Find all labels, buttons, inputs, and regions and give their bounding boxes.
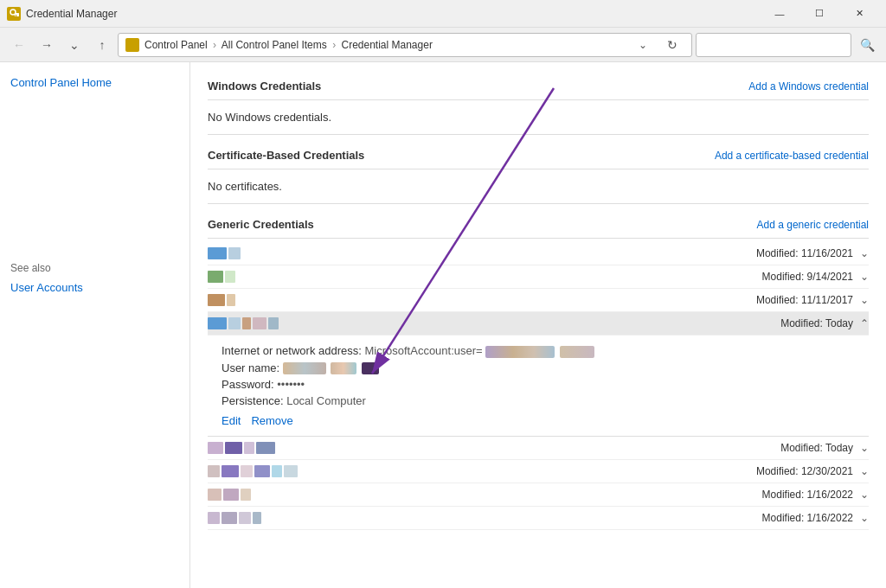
credential-icon — [208, 294, 235, 306]
credential-row[interactable]: Modified: 1/16/2022 ⌄ — [208, 507, 869, 530]
username-value-blurred2 — [331, 362, 356, 374]
title-bar: Credential Manager — ☐ ✕ — [0, 0, 886, 28]
breadcrumb-cm: Credential Manager — [341, 39, 432, 51]
credential-info — [208, 317, 279, 329]
credential-row[interactable]: Modified: 11/11/2017 ⌄ — [208, 289, 869, 312]
window-controls: — ☐ ✕ — [760, 0, 879, 28]
svg-rect-2 — [16, 15, 16, 16]
credential-modified: Modified: 9/14/2021 — [762, 271, 853, 283]
expand-icon: ⌄ — [860, 489, 869, 501]
credential-row[interactable]: Modified: 12/30/2021 ⌄ — [208, 460, 869, 483]
address-field: Internet or network address: MicrosoftAc… — [222, 344, 855, 358]
content-area: Windows Credentials Add a Windows creden… — [190, 62, 886, 588]
certificate-credentials-title: Certificate-Based Credentials — [208, 149, 364, 162]
credential-row[interactable]: Modified: 9/14/2021 ⌄ — [208, 265, 869, 289]
recent-locations-button[interactable]: ⌄ — [62, 33, 87, 57]
generic-credentials-title: Generic Credentials — [208, 218, 314, 231]
certificate-credentials-section: Certificate-Based Credentials Add a cert… — [208, 142, 869, 169]
expand-icon: ⌄ — [860, 465, 869, 477]
expand-icon: ⌄ — [860, 247, 869, 259]
password-value: ••••••• — [277, 378, 305, 391]
expand-icon: ⌄ — [860, 271, 869, 283]
credential-modified: Modified: 11/11/2017 — [756, 294, 853, 306]
credential-info — [208, 489, 251, 501]
up-button[interactable]: ↑ — [90, 33, 114, 57]
collapse-icon: ⌃ — [860, 317, 869, 329]
credential-modified: Modified: 1/16/2022 — [762, 489, 853, 501]
credential-info — [208, 512, 261, 524]
svg-rect-1 — [15, 13, 19, 16]
sidebar: Control Panel Home See also User Account… — [0, 62, 190, 588]
expand-icon: ⌄ — [860, 294, 869, 306]
address-value-blurred — [485, 346, 555, 358]
credential-modified: Modified: 11/16/2021 — [756, 247, 853, 259]
windows-credentials-empty: No Windows credentials. — [208, 104, 869, 135]
credential-expanded-body: Internet or network address: MicrosoftAc… — [208, 336, 869, 437]
credential-icon — [208, 247, 241, 259]
refresh-button[interactable]: ↻ — [660, 33, 684, 57]
add-windows-credential-link[interactable]: Add a Windows credential — [748, 80, 869, 93]
certificate-credentials-empty: No certificates. — [208, 173, 869, 204]
username-field: User name: — [222, 361, 855, 375]
credential-info — [208, 465, 298, 477]
credential-info — [208, 294, 235, 306]
credential-row[interactable]: Modified: Today ⌄ — [208, 437, 869, 460]
credential-row[interactable]: Modified: 1/16/2022 ⌄ — [208, 483, 869, 507]
address-value-blurred2 — [560, 346, 594, 358]
edit-credential-link[interactable]: Edit — [222, 414, 241, 427]
credential-row-expanded-header[interactable]: Modified: Today ⌃ — [208, 312, 869, 336]
windows-credentials-title: Windows Credentials — [208, 80, 321, 93]
search-input[interactable] — [696, 33, 851, 57]
address-bar: ← → ⌄ ↑ Control Panel › All Control Pane… — [0, 28, 886, 62]
credential-actions: Edit Remove — [222, 414, 855, 427]
expand-icon: ⌄ — [860, 512, 869, 524]
credential-icon — [208, 489, 251, 501]
search-button[interactable]: 🔍 — [855, 33, 879, 57]
credential-modified-today: Modified: Today — [780, 317, 853, 329]
password-field: Password: ••••••• — [222, 378, 855, 391]
generic-credentials-section: Generic Credentials Add a generic creden… — [208, 211, 869, 239]
forward-button[interactable]: → — [35, 33, 59, 57]
credential-icon — [208, 271, 235, 283]
credential-modified: Modified: 1/16/2022 — [762, 512, 853, 524]
window-title: Credential Manager — [26, 8, 117, 20]
credential-modified: Modified: 12/30/2021 — [756, 465, 853, 477]
credential-icon — [208, 317, 279, 329]
main-layout: Control Panel Home See also User Account… — [0, 62, 886, 588]
app-icon — [7, 7, 21, 21]
windows-credentials-section: Windows Credentials Add a Windows creden… — [208, 73, 869, 100]
maximize-button[interactable]: ☐ — [799, 0, 839, 28]
username-value-blurred — [283, 362, 326, 374]
persistence-value: Local Computer — [286, 394, 366, 407]
credential-icon — [208, 465, 298, 477]
address-chevron-button[interactable]: ⌄ — [631, 33, 655, 57]
user-accounts-link[interactable]: User Accounts — [10, 281, 179, 294]
close-button[interactable]: ✕ — [839, 0, 879, 28]
credential-modified: Modified: Today — [780, 442, 853, 454]
see-also-label: See also — [10, 262, 179, 274]
username-value-blurred3 — [362, 362, 379, 374]
title-bar-left: Credential Manager — [7, 7, 117, 21]
credential-icon — [208, 512, 261, 524]
breadcrumb-cp: Control Panel — [144, 39, 208, 51]
breadcrumb-all: All Control Panel Items — [222, 39, 327, 51]
sidebar-home-link[interactable]: Control Panel Home — [10, 76, 179, 89]
credential-icon — [208, 442, 275, 454]
address-bar-input[interactable]: Control Panel › All Control Panel Items … — [118, 33, 692, 57]
back-button[interactable]: ← — [7, 33, 31, 57]
credential-info — [208, 247, 241, 259]
add-generic-credential-link[interactable]: Add a generic credential — [757, 219, 869, 231]
breadcrumb: Control Panel › All Control Panel Items … — [144, 39, 626, 51]
persistence-field: Persistence: Local Computer — [222, 394, 855, 407]
minimize-button[interactable]: — — [760, 0, 799, 28]
add-certificate-credential-link[interactable]: Add a certificate-based credential — [715, 150, 869, 162]
remove-credential-link[interactable]: Remove — [251, 414, 292, 427]
shield-icon — [125, 38, 139, 52]
expand-icon: ⌄ — [860, 442, 869, 454]
credential-info — [208, 271, 235, 283]
credential-row[interactable]: Modified: 11/16/2021 ⌄ — [208, 242, 869, 265]
credential-info — [208, 442, 275, 454]
